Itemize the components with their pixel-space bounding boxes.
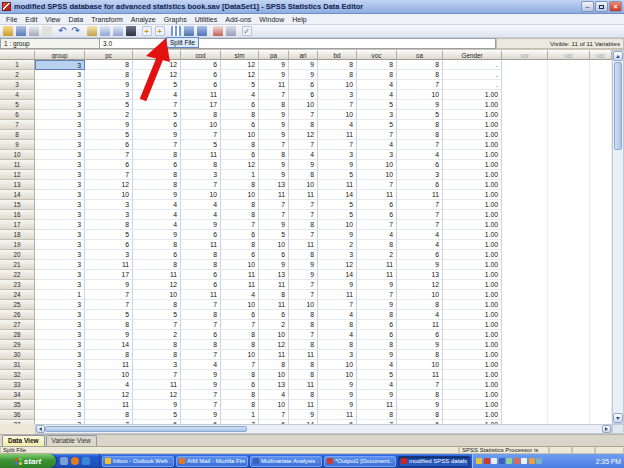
recall-dialogs-button[interactable] bbox=[41, 26, 52, 37]
data-cell[interactable]: 8 bbox=[397, 300, 443, 310]
empty-var-cell[interactable] bbox=[502, 60, 548, 70]
data-cell[interactable]: 11 bbox=[289, 190, 318, 200]
empty-var-cell[interactable] bbox=[548, 350, 590, 360]
empty-var-cell[interactable] bbox=[548, 260, 590, 270]
close-button[interactable]: × bbox=[609, 1, 622, 12]
tray-icon[interactable] bbox=[491, 458, 497, 464]
data-cell[interactable]: 17 bbox=[181, 100, 221, 110]
data-cell[interactable]: 9 bbox=[259, 130, 289, 140]
data-cell[interactable]: 3 bbox=[35, 270, 85, 280]
data-cell[interactable]: 3 bbox=[35, 380, 85, 390]
data-cell[interactable]: 9 bbox=[289, 70, 318, 80]
empty-var-cell[interactable] bbox=[590, 270, 612, 280]
empty-var-cell[interactable] bbox=[548, 410, 590, 420]
empty-var-cell[interactable] bbox=[548, 240, 590, 250]
data-cell[interactable]: 7 bbox=[289, 290, 318, 300]
empty-var-cell[interactable] bbox=[502, 210, 548, 220]
data-cell[interactable]: 10 bbox=[318, 110, 357, 120]
data-cell[interactable]: 7 bbox=[85, 170, 133, 180]
empty-var-cell[interactable] bbox=[502, 90, 548, 100]
data-cell[interactable]: 10 bbox=[221, 260, 259, 270]
data-cell[interactable]: 9 bbox=[397, 100, 443, 110]
data-cell[interactable]: 7 bbox=[133, 140, 181, 150]
empty-var-cell[interactable] bbox=[548, 320, 590, 330]
empty-var-cell[interactable] bbox=[590, 90, 612, 100]
data-cell[interactable]: 7 bbox=[181, 130, 221, 140]
data-cell[interactable]: 8 bbox=[181, 260, 221, 270]
row-number[interactable]: 22 bbox=[0, 270, 35, 280]
data-cell[interactable]: 11 bbox=[357, 400, 397, 410]
empty-var-cell[interactable] bbox=[502, 310, 548, 320]
taskbar-task-1[interactable]: Inbox - Outlook Web ... bbox=[102, 456, 174, 467]
row-number[interactable]: 10 bbox=[0, 150, 35, 160]
data-cell[interactable]: 11 bbox=[259, 300, 289, 310]
data-cell[interactable]: 12 bbox=[397, 280, 443, 290]
tray-icon[interactable] bbox=[506, 458, 512, 464]
data-cell[interactable]: 9 bbox=[181, 380, 221, 390]
empty-var-cell[interactable] bbox=[548, 70, 590, 80]
data-cell[interactable]: 8 bbox=[221, 340, 259, 350]
open-file-button[interactable] bbox=[2, 26, 13, 37]
data-cell[interactable]: 8 bbox=[181, 340, 221, 350]
empty-var-cell[interactable] bbox=[590, 340, 612, 350]
data-cell[interactable]: 6 bbox=[221, 150, 259, 160]
data-cell[interactable]: 8 bbox=[133, 150, 181, 160]
data-cell[interactable]: 7 bbox=[397, 220, 443, 230]
data-cell[interactable]: 11 bbox=[133, 380, 181, 390]
data-cell[interactable]: 8 bbox=[221, 370, 259, 380]
data-cell[interactable]: 9 bbox=[133, 190, 181, 200]
data-cell[interactable]: 11 bbox=[289, 240, 318, 250]
use-variable-sets-button[interactable] bbox=[225, 26, 236, 37]
data-cell[interactable]: 11 bbox=[181, 240, 221, 250]
data-cell[interactable]: 9 bbox=[133, 230, 181, 240]
empty-var-cell[interactable] bbox=[590, 240, 612, 250]
empty-var-cell[interactable] bbox=[590, 150, 612, 160]
data-cell[interactable]: 17 bbox=[85, 270, 133, 280]
data-cell[interactable]: 12 bbox=[318, 260, 357, 270]
data-cell[interactable]: 10 bbox=[318, 220, 357, 230]
data-cell[interactable]: 9 bbox=[259, 220, 289, 230]
data-cell[interactable]: 6 bbox=[397, 330, 443, 340]
scroll-up-button[interactable] bbox=[613, 51, 623, 61]
data-cell[interactable]: 5 bbox=[357, 370, 397, 380]
row-number[interactable]: 16 bbox=[0, 210, 35, 220]
data-cell[interactable]: 7 bbox=[289, 200, 318, 210]
data-cell[interactable]: 3 bbox=[35, 360, 85, 370]
data-cell[interactable]: 5 bbox=[85, 130, 133, 140]
taskbar-task-5[interactable]: modified SPSS databa... bbox=[398, 456, 470, 467]
data-cell[interactable]: 1.00 bbox=[443, 280, 502, 290]
data-cell[interactable]: 7 bbox=[221, 320, 259, 330]
empty-var-cell[interactable] bbox=[502, 390, 548, 400]
column-header-var[interactable]: var bbox=[590, 50, 612, 60]
data-cell[interactable]: 3 bbox=[397, 170, 443, 180]
data-cell[interactable]: 8 bbox=[357, 410, 397, 420]
empty-var-cell[interactable] bbox=[548, 300, 590, 310]
data-cell[interactable]: 11 bbox=[259, 350, 289, 360]
data-cell[interactable]: 5 bbox=[357, 120, 397, 130]
empty-var-cell[interactable] bbox=[548, 310, 590, 320]
data-cell[interactable]: 7 bbox=[259, 90, 289, 100]
empty-var-cell[interactable] bbox=[590, 170, 612, 180]
data-cell[interactable]: 11 bbox=[259, 80, 289, 90]
data-cell[interactable]: 7 bbox=[397, 140, 443, 150]
data-cell[interactable]: 6 bbox=[397, 180, 443, 190]
data-cell[interactable]: 11 bbox=[85, 360, 133, 370]
data-cell[interactable]: 14 bbox=[85, 340, 133, 350]
data-cell[interactable]: 10 bbox=[133, 290, 181, 300]
data-cell[interactable]: 5 bbox=[133, 310, 181, 320]
empty-var-cell[interactable] bbox=[590, 110, 612, 120]
data-cell[interactable]: 7 bbox=[289, 110, 318, 120]
empty-var-cell[interactable] bbox=[502, 270, 548, 280]
data-cell[interactable]: 5 bbox=[318, 210, 357, 220]
column-header-voc[interactable]: voc bbox=[357, 50, 397, 60]
data-cell[interactable]: . bbox=[443, 80, 502, 90]
data-cell[interactable]: 8 bbox=[397, 350, 443, 360]
data-cell[interactable]: 1.00 bbox=[443, 310, 502, 320]
empty-var-cell[interactable] bbox=[502, 350, 548, 360]
data-cell[interactable]: 8 bbox=[289, 170, 318, 180]
data-cell[interactable]: 11 bbox=[259, 190, 289, 200]
data-cell[interactable]: 8 bbox=[318, 340, 357, 350]
tab-variable-view[interactable]: Variable View bbox=[46, 435, 97, 446]
menu-file[interactable]: File bbox=[2, 14, 21, 25]
data-cell[interactable]: 8 bbox=[221, 140, 259, 150]
